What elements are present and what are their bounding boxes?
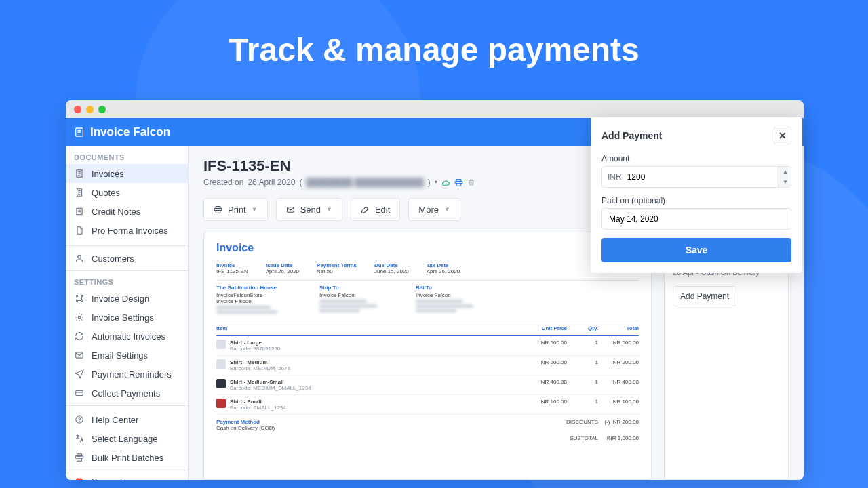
discounts-label: DISCOUNTS: [542, 419, 598, 431]
redacted: [216, 310, 277, 314]
sidebar-item-credit-notes[interactable]: Credit Notes: [66, 202, 188, 221]
note-icon: [74, 206, 85, 217]
sidebar-item-payment-reminders[interactable]: Payment Reminders: [66, 365, 188, 384]
amount-step-up[interactable]: ▲: [778, 167, 791, 177]
subtotal-val: INR 1,000.00: [598, 435, 639, 441]
card-icon: [74, 388, 85, 399]
sidebar-item-email-settings[interactable]: Email Settings: [66, 346, 188, 365]
close-button[interactable]: ✕: [774, 127, 791, 144]
window-zoom-icon[interactable]: [98, 106, 106, 113]
print-icon: [214, 205, 222, 214]
item-thumb: [216, 399, 226, 408]
sidebar-item-invoice-design[interactable]: Invoice Design: [66, 289, 188, 308]
sidebar-item-collect-payments[interactable]: Collect Payments: [66, 384, 188, 403]
sidebar-item-bulk-print-batches[interactable]: Bulk Print Batches: [66, 448, 188, 467]
amount-input[interactable]: [626, 171, 778, 182]
inv-head-label: Tax Date: [427, 262, 460, 268]
item-barcode: Barcode: SMALL_1234: [230, 405, 286, 411]
col-total: Total: [598, 325, 639, 331]
from-line: InvoiceFalconStore: [216, 292, 298, 298]
window-close-icon[interactable]: [74, 106, 81, 113]
person-icon: [74, 253, 85, 264]
svg-point-5: [76, 295, 77, 296]
print-icon[interactable]: [454, 178, 463, 187]
amount-label: Amount: [601, 154, 791, 163]
item-unit: INR 100.00: [521, 399, 567, 405]
svg-point-7: [76, 300, 77, 301]
sidebar-item-quotes[interactable]: Quotes: [66, 183, 188, 202]
sidebar-item-pro-forma-invoices[interactable]: Pro Forma Invoices: [66, 221, 188, 240]
save-button[interactable]: Save: [601, 238, 791, 262]
redacted: [319, 300, 367, 303]
sidebar: DOCUMENTS InvoicesQuotesCredit NotesPro …: [66, 146, 189, 480]
item-title: Shirt - Medium: [230, 359, 290, 365]
sidebar-item-label: Email Settings: [92, 350, 148, 361]
from-title: The Sublimation House: [216, 285, 298, 291]
paren-open: (: [299, 178, 302, 187]
invoice-item-row: Shirt - Medium-SmallBarcode: MEDIUM_SMAL…: [216, 375, 639, 395]
document-icon: [74, 187, 85, 198]
window-minimize-icon[interactable]: [86, 106, 94, 113]
print-label: Print: [228, 205, 246, 215]
sidebar-item-support[interactable]: Support us: [66, 470, 188, 480]
gear-icon: [74, 312, 85, 323]
edit-button[interactable]: Edit: [351, 198, 400, 221]
redacted: [416, 304, 473, 308]
item-barcode: Barcode: 987891230: [230, 346, 280, 352]
item-qty: 1: [567, 379, 598, 385]
design-icon: [74, 293, 85, 304]
trash-icon[interactable]: [467, 178, 475, 186]
item-thumb: [216, 340, 226, 349]
from-line: Invoice Falcon: [216, 298, 298, 304]
invoice-item-row: Shirt - SmallBarcode: SMALL_1234INR 100.…: [216, 395, 639, 415]
chevron-down-icon: ▼: [326, 206, 332, 213]
item-title: Shirt - Small: [230, 399, 286, 405]
window-chrome: [66, 100, 804, 118]
sidebar-item-select-language[interactable]: Select Language: [66, 429, 188, 448]
sidebar-item-label: Invoice Settings: [92, 312, 154, 323]
edit-icon: [361, 205, 370, 214]
svg-point-8: [81, 300, 82, 301]
sidebar-item-help-center[interactable]: Help Center: [66, 410, 188, 429]
ship-title: Ship To: [319, 285, 394, 291]
cloud-icon[interactable]: [441, 178, 450, 187]
item-total: INR 100.00: [598, 399, 639, 405]
bill-title: Bill To: [416, 285, 490, 291]
col-unit: Unit Price: [521, 325, 567, 331]
redacted: [216, 306, 271, 309]
svg-rect-17: [456, 183, 461, 186]
item-title: Shirt - Medium-Small: [230, 379, 311, 385]
brand-name: Invoice Falcon: [90, 125, 170, 139]
item-unit: INR 500.00: [521, 340, 567, 346]
more-button[interactable]: More ▼: [408, 198, 460, 221]
sidebar-item-label: Customers: [92, 253, 134, 264]
paid-on-field[interactable]: [601, 208, 791, 230]
paid-on-input[interactable]: [608, 214, 791, 224]
send-button[interactable]: Send ▼: [276, 198, 342, 221]
svg-point-13: [79, 422, 80, 422]
sidebar-item-invoices[interactable]: Invoices: [66, 164, 188, 183]
inv-head-value: Net 50: [317, 268, 357, 274]
close-icon: ✕: [778, 130, 787, 141]
item-qty: 1: [567, 399, 598, 405]
invoice-preview: Invoice InvoiceIFS-1135-ENIssue DateApri…: [203, 232, 652, 480]
send-label: Send: [300, 205, 321, 215]
item-title: Shirt - Large: [230, 340, 280, 346]
inv-head-value: June 15, 2020: [374, 268, 409, 274]
sidebar-item-customers[interactable]: Customers: [66, 249, 188, 268]
sidebar-item-invoice-settings[interactable]: Invoice Settings: [66, 308, 188, 327]
print-button[interactable]: Print ▼: [203, 198, 268, 221]
amount-field[interactable]: INR ▲ ▼: [601, 166, 791, 188]
heart-icon: [74, 476, 85, 480]
col-qty: Qty.: [567, 325, 598, 331]
more-label: More: [418, 205, 439, 215]
meta-dot: •: [435, 178, 437, 187]
add-payment-button[interactable]: Add Payment: [673, 286, 736, 306]
sidebar-item-automatic-invoices[interactable]: Automatic Invoices: [66, 327, 188, 346]
amount-step-down[interactable]: ▼: [778, 177, 791, 187]
section-documents: DOCUMENTS: [66, 146, 188, 164]
payment-method-title: Payment Method: [216, 419, 542, 425]
sidebar-item-label: Pro Forma Invoices: [92, 226, 168, 236]
invoice-item-row: Shirt - LargeBarcode: 987891230INR 500.0…: [216, 336, 639, 356]
invoice-heading: Invoice: [216, 242, 639, 254]
